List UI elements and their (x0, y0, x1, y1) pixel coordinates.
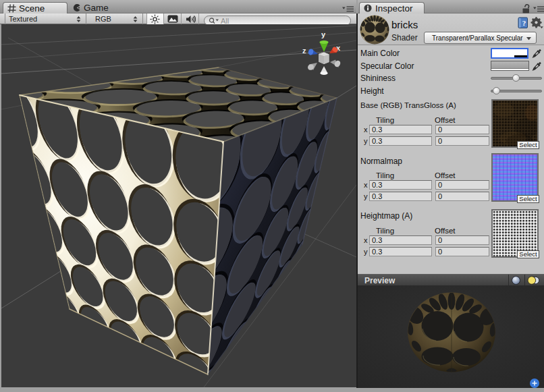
svg-text:?: ? (522, 19, 526, 27)
svg-text:y: y (321, 30, 326, 38)
svg-text:z: z (302, 47, 306, 55)
